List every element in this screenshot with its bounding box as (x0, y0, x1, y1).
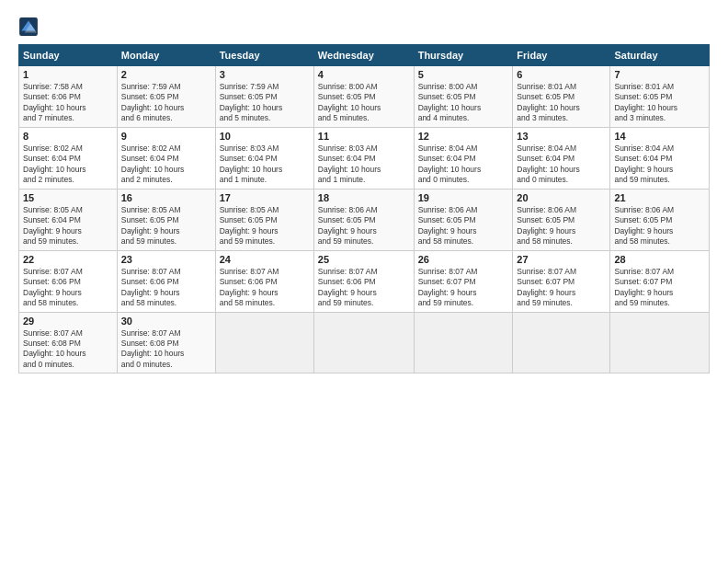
calendar-cell (313, 312, 414, 373)
day-number: 4 (318, 69, 410, 80)
calendar-header-row: SundayMondayTuesdayWednesdayThursdayFrid… (19, 45, 710, 66)
calendar-cell: 17Sunrise: 8:05 AM Sunset: 6:05 PM Dayli… (215, 189, 313, 250)
day-number: 25 (318, 254, 410, 265)
day-number: 30 (121, 316, 211, 327)
day-detail: Sunrise: 8:04 AM Sunset: 6:04 PM Dayligh… (418, 144, 509, 186)
calendar-cell: 20Sunrise: 8:06 AM Sunset: 6:05 PM Dayli… (513, 189, 610, 250)
day-number: 8 (23, 131, 113, 142)
day-detail: Sunrise: 8:07 AM Sunset: 6:06 PM Dayligh… (121, 267, 211, 309)
calendar-table: SundayMondayTuesdayWednesdayThursdayFrid… (18, 44, 710, 373)
weekday-header: Wednesday (313, 45, 414, 66)
day-number: 15 (23, 192, 113, 203)
day-detail: Sunrise: 8:05 AM Sunset: 6:05 PM Dayligh… (121, 205, 211, 247)
day-number: 6 (517, 69, 606, 80)
calendar-cell: 16Sunrise: 8:05 AM Sunset: 6:05 PM Dayli… (117, 189, 215, 250)
weekday-header: Monday (117, 45, 215, 66)
day-detail: Sunrise: 8:06 AM Sunset: 6:05 PM Dayligh… (318, 205, 410, 247)
calendar-cell: 12Sunrise: 8:04 AM Sunset: 6:04 PM Dayli… (414, 127, 513, 189)
day-detail: Sunrise: 8:07 AM Sunset: 6:07 PM Dayligh… (418, 267, 509, 309)
day-number: 27 (517, 254, 606, 265)
calendar-cell: 21Sunrise: 8:06 AM Sunset: 6:05 PM Dayli… (610, 189, 710, 250)
day-detail: Sunrise: 8:07 AM Sunset: 6:08 PM Dayligh… (23, 328, 113, 371)
calendar-cell: 13Sunrise: 8:04 AM Sunset: 6:04 PM Dayli… (513, 127, 610, 189)
day-detail: Sunrise: 8:03 AM Sunset: 6:04 PM Dayligh… (318, 144, 410, 186)
day-detail: Sunrise: 8:07 AM Sunset: 6:07 PM Dayligh… (517, 267, 606, 309)
day-number: 18 (318, 192, 410, 203)
day-detail: Sunrise: 8:07 AM Sunset: 6:06 PM Dayligh… (220, 267, 310, 309)
day-number: 26 (418, 254, 509, 265)
calendar-cell: 7Sunrise: 8:01 AM Sunset: 6:05 PM Daylig… (610, 66, 710, 128)
day-number: 5 (418, 69, 509, 80)
weekday-header: Saturday (610, 45, 710, 66)
day-detail: Sunrise: 8:04 AM Sunset: 6:04 PM Dayligh… (614, 144, 705, 186)
day-detail: Sunrise: 8:06 AM Sunset: 6:05 PM Dayligh… (517, 205, 606, 247)
calendar-cell: 11Sunrise: 8:03 AM Sunset: 6:04 PM Dayli… (313, 127, 414, 189)
day-detail: Sunrise: 8:05 AM Sunset: 6:04 PM Dayligh… (23, 205, 113, 247)
day-detail: Sunrise: 8:03 AM Sunset: 6:04 PM Dayligh… (220, 144, 310, 186)
calendar-cell: 14Sunrise: 8:04 AM Sunset: 6:04 PM Dayli… (610, 127, 710, 189)
calendar-cell: 9Sunrise: 8:02 AM Sunset: 6:04 PM Daylig… (117, 127, 215, 189)
day-detail: Sunrise: 8:07 AM Sunset: 6:06 PM Dayligh… (23, 267, 113, 309)
day-detail: Sunrise: 8:06 AM Sunset: 6:05 PM Dayligh… (418, 205, 509, 247)
calendar-cell: 25Sunrise: 8:07 AM Sunset: 6:06 PM Dayli… (313, 250, 414, 312)
day-number: 29 (23, 316, 113, 327)
day-detail: Sunrise: 8:06 AM Sunset: 6:05 PM Dayligh… (614, 205, 705, 247)
day-number: 24 (220, 254, 310, 265)
day-number: 17 (220, 192, 310, 203)
day-number: 12 (418, 131, 509, 142)
day-detail: Sunrise: 8:01 AM Sunset: 6:05 PM Dayligh… (614, 82, 705, 124)
day-detail: Sunrise: 8:04 AM Sunset: 6:04 PM Dayligh… (517, 144, 606, 186)
day-number: 1 (23, 69, 113, 80)
day-number: 9 (121, 131, 211, 142)
calendar-cell: 22Sunrise: 8:07 AM Sunset: 6:06 PM Dayli… (19, 250, 118, 312)
calendar-cell: 1Sunrise: 7:58 AM Sunset: 6:06 PM Daylig… (19, 66, 118, 128)
calendar-week-row: 1Sunrise: 7:58 AM Sunset: 6:06 PM Daylig… (19, 66, 710, 128)
calendar-cell (414, 312, 513, 373)
weekday-header: Sunday (19, 45, 118, 66)
calendar-cell (513, 312, 610, 373)
calendar-page: SundayMondayTuesdayWednesdayThursdayFrid… (0, 0, 728, 563)
day-number: 20 (517, 192, 606, 203)
page-header (18, 17, 710, 37)
day-number: 14 (614, 131, 705, 142)
calendar-cell: 23Sunrise: 8:07 AM Sunset: 6:06 PM Dayli… (117, 250, 215, 312)
weekday-header: Friday (513, 45, 610, 66)
day-detail: Sunrise: 7:58 AM Sunset: 6:06 PM Dayligh… (23, 82, 113, 124)
logo (18, 17, 42, 37)
calendar-cell: 2Sunrise: 7:59 AM Sunset: 6:05 PM Daylig… (117, 66, 215, 128)
day-number: 22 (23, 254, 113, 265)
day-number: 21 (614, 192, 705, 203)
day-detail: Sunrise: 8:02 AM Sunset: 6:04 PM Dayligh… (23, 144, 113, 186)
day-number: 2 (121, 69, 211, 80)
day-detail: Sunrise: 8:07 AM Sunset: 6:07 PM Dayligh… (614, 267, 705, 309)
calendar-week-row: 29Sunrise: 8:07 AM Sunset: 6:08 PM Dayli… (19, 312, 710, 373)
calendar-cell: 28Sunrise: 8:07 AM Sunset: 6:07 PM Dayli… (610, 250, 710, 312)
calendar-cell: 10Sunrise: 8:03 AM Sunset: 6:04 PM Dayli… (215, 127, 313, 189)
day-detail: Sunrise: 8:01 AM Sunset: 6:05 PM Dayligh… (517, 82, 606, 124)
calendar-cell: 24Sunrise: 8:07 AM Sunset: 6:06 PM Dayli… (215, 250, 313, 312)
calendar-cell: 15Sunrise: 8:05 AM Sunset: 6:04 PM Dayli… (19, 189, 118, 250)
day-detail: Sunrise: 8:07 AM Sunset: 6:06 PM Dayligh… (318, 267, 410, 309)
calendar-body: 1Sunrise: 7:58 AM Sunset: 6:06 PM Daylig… (19, 66, 710, 373)
day-detail: Sunrise: 7:59 AM Sunset: 6:05 PM Dayligh… (121, 82, 211, 124)
calendar-cell: 26Sunrise: 8:07 AM Sunset: 6:07 PM Dayli… (414, 250, 513, 312)
day-number: 13 (517, 131, 606, 142)
day-number: 3 (220, 69, 310, 80)
day-number: 10 (220, 131, 310, 142)
calendar-cell: 27Sunrise: 8:07 AM Sunset: 6:07 PM Dayli… (513, 250, 610, 312)
logo-icon (18, 17, 39, 37)
day-detail: Sunrise: 8:00 AM Sunset: 6:05 PM Dayligh… (418, 82, 509, 124)
calendar-cell: 6Sunrise: 8:01 AM Sunset: 6:05 PM Daylig… (513, 66, 610, 128)
calendar-cell: 30Sunrise: 8:07 AM Sunset: 6:08 PM Dayli… (117, 312, 215, 373)
day-detail: Sunrise: 8:00 AM Sunset: 6:05 PM Dayligh… (318, 82, 410, 124)
day-number: 19 (418, 192, 509, 203)
calendar-cell: 3Sunrise: 7:59 AM Sunset: 6:05 PM Daylig… (215, 66, 313, 128)
day-number: 7 (614, 69, 705, 80)
day-detail: Sunrise: 8:02 AM Sunset: 6:04 PM Dayligh… (121, 144, 211, 186)
weekday-header: Tuesday (215, 45, 313, 66)
calendar-cell: 19Sunrise: 8:06 AM Sunset: 6:05 PM Dayli… (414, 189, 513, 250)
calendar-cell: 29Sunrise: 8:07 AM Sunset: 6:08 PM Dayli… (19, 312, 118, 373)
calendar-cell (610, 312, 710, 373)
day-detail: Sunrise: 8:07 AM Sunset: 6:08 PM Dayligh… (121, 328, 211, 371)
calendar-week-row: 22Sunrise: 8:07 AM Sunset: 6:06 PM Dayli… (19, 250, 710, 312)
